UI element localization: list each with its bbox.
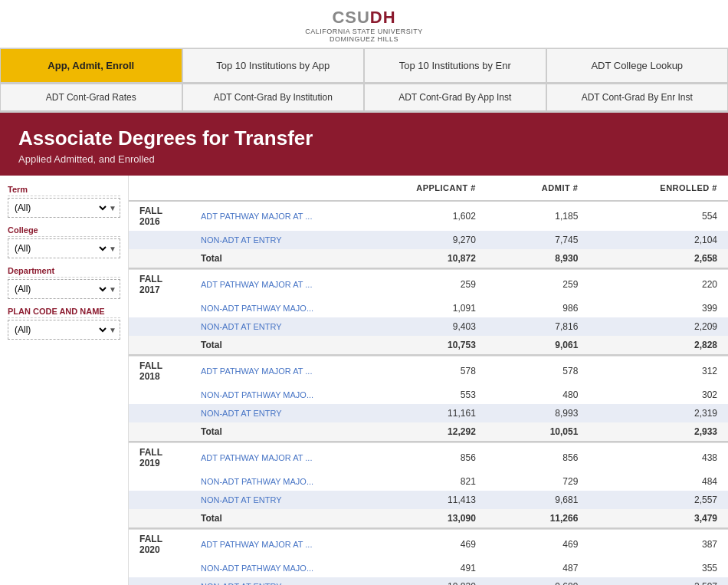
cell-enrolled: 2,557 <box>589 491 728 509</box>
filter-term-select[interactable]: (All) <box>8 199 109 217</box>
cell-entry-type: NON-ADT AT ENTRY <box>190 577 343 585</box>
tab-top10-by-app[interactable]: Top 10 Institutions by App <box>182 48 365 83</box>
data-table-area: APPLICANT # ADMIT # ENROLLED # FALL 2016… <box>129 176 728 585</box>
cell-entry-type: ADT PATHWAY MAJOR AT ... <box>190 443 343 472</box>
filter-plan-code-select[interactable]: (All) <box>8 320 109 339</box>
table-row: Total10,8728,9302,658 <box>129 249 728 268</box>
cell-admit: 8,930 <box>487 249 589 268</box>
cell-term <box>129 317 190 336</box>
filter-college: College (All) ▼ <box>8 225 120 258</box>
cell-entry-type: NON-ADT PATHWAY MAJO... <box>190 472 343 491</box>
filter-plan-code-label: PLAN CODE AND NAME <box>8 307 120 318</box>
cell-applicant: 11,413 <box>343 491 487 509</box>
tab-adt-cont-grad-institution[interactable]: ADT Cont-Grad By Institution <box>182 84 365 111</box>
cell-enrolled: 2,828 <box>589 336 728 355</box>
cell-applicant: 1,091 <box>343 299 487 317</box>
table-row: NON-ADT AT ENTRY11,4139,6812,557 <box>129 491 728 509</box>
cell-enrolled: 2,933 <box>589 422 728 442</box>
filter-term-select-wrapper[interactable]: (All) ▼ <box>8 198 120 218</box>
col-header-enrolled: ENROLLED # <box>589 176 728 201</box>
tab-adt-cont-grad-rates[interactable]: ADT Cont-Grad Rates <box>0 84 182 111</box>
dropdown-arrow-icon: ▼ <box>109 245 120 253</box>
col-header-admit: ADMIT # <box>487 176 589 201</box>
col-header-term <box>129 176 190 201</box>
filter-college-label: College <box>8 225 120 237</box>
cell-applicant: 9,270 <box>343 231 487 249</box>
cell-term: FALL 2020 <box>129 530 190 559</box>
filter-term-label: Term <box>8 185 120 196</box>
filter-college-select[interactable]: (All) <box>8 239 109 258</box>
cell-admit: 7,816 <box>487 317 589 336</box>
cell-applicant: 578 <box>343 357 487 386</box>
logo-csu: CSU <box>332 8 369 27</box>
filter-plan-code-select-wrapper[interactable]: (All) ▼ <box>8 320 120 340</box>
cell-entry-type: ADT PATHWAY MAJOR AT ... <box>190 201 343 231</box>
cell-admit: 986 <box>487 299 589 317</box>
cell-applicant: 9,403 <box>343 317 487 336</box>
tab-adt-college-lookup[interactable]: ADT College Lookup <box>546 48 729 83</box>
cell-admit: 856 <box>487 443 589 472</box>
cell-entry-type: Total <box>190 249 343 268</box>
cell-admit: 487 <box>487 559 589 577</box>
filter-department-select-wrapper[interactable]: (All) ▼ <box>8 279 120 299</box>
filter-college-select-wrapper[interactable]: (All) ▼ <box>8 238 120 258</box>
table-row: NON-ADT AT ENTRY9,4037,8162,209 <box>129 317 728 336</box>
dropdown-arrow-icon: ▼ <box>109 204 120 212</box>
cell-enrolled: 2,597 <box>589 577 728 585</box>
page-header: CSUDH CALIFORNIA STATE UNIVERSITYDOMINGU… <box>0 0 728 48</box>
nav-row-1: App, Admit, Enroll Top 10 Institutions b… <box>0 48 728 84</box>
cell-term <box>129 404 190 422</box>
table-row: NON-ADT PATHWAY MAJO...491487355 <box>129 559 728 577</box>
tab-app-admit-enroll[interactable]: App, Admit, Enroll <box>0 48 182 83</box>
dropdown-arrow-icon: ▼ <box>109 285 120 294</box>
table-row: FALL 2016ADT PATHWAY MAJOR AT ...1,6021,… <box>129 201 728 231</box>
cell-term: FALL 2019 <box>129 443 190 472</box>
cell-term <box>129 386 190 404</box>
cell-applicant: 12,292 <box>343 422 487 442</box>
cell-entry-type: NON-ADT AT ENTRY <box>190 231 343 249</box>
cell-applicant: 491 <box>343 559 487 577</box>
tab-adt-cont-grad-enr-inst[interactable]: ADT Cont-Grad By Enr Inst <box>546 84 729 111</box>
cell-term <box>129 491 190 509</box>
cell-term <box>129 336 190 355</box>
cell-admit: 469 <box>487 530 589 559</box>
tab-adt-cont-grad-app-inst[interactable]: ADT Cont-Grad By App Inst <box>364 84 546 111</box>
dropdown-arrow-icon: ▼ <box>109 326 120 334</box>
cell-term <box>129 472 190 491</box>
tab-top10-by-enr[interactable]: Top 10 Institutions by Enr <box>364 48 546 83</box>
cell-applicant: 10,830 <box>343 577 487 585</box>
filter-plan-code: PLAN CODE AND NAME (All) ▼ <box>8 307 120 340</box>
cell-entry-type: NON-ADT AT ENTRY <box>190 491 343 509</box>
cell-enrolled: 312 <box>589 357 728 386</box>
cell-term <box>129 509 190 528</box>
cell-entry-type: NON-ADT AT ENTRY <box>190 404 343 422</box>
cell-enrolled: 355 <box>589 559 728 577</box>
cell-applicant: 10,753 <box>343 336 487 355</box>
cell-admit: 9,061 <box>487 336 589 355</box>
cell-applicant: 821 <box>343 472 487 491</box>
cell-entry-type: Total <box>190 509 343 528</box>
main-layout: Term (All) ▼ College (All) ▼ Department <box>0 176 728 585</box>
filter-department-label: Department <box>8 266 120 278</box>
logo-subtitle: CALIFORNIA STATE UNIVERSITYDOMINGUEZ HIL… <box>0 28 728 43</box>
table-row: NON-ADT PATHWAY MAJO...553480302 <box>129 386 728 404</box>
cell-admit: 259 <box>487 270 589 299</box>
cell-admit: 1,185 <box>487 201 589 231</box>
cell-applicant: 553 <box>343 386 487 404</box>
cell-applicant: 11,161 <box>343 404 487 422</box>
cell-enrolled: 399 <box>589 299 728 317</box>
cell-enrolled: 3,479 <box>589 509 728 528</box>
cell-entry-type: NON-ADT PATHWAY MAJO... <box>190 299 343 317</box>
page-banner: Associate Degrees for Transfer Applied A… <box>0 113 728 176</box>
table-row: FALL 2018ADT PATHWAY MAJOR AT ...5785783… <box>129 357 728 386</box>
filter-department-select[interactable]: (All) <box>8 280 109 298</box>
cell-admit: 11,266 <box>487 509 589 528</box>
table-row: FALL 2020ADT PATHWAY MAJOR AT ...4694693… <box>129 530 728 559</box>
sidebar: Term (All) ▼ College (All) ▼ Department <box>0 176 129 585</box>
cell-admit: 7,745 <box>487 231 589 249</box>
table-row: NON-ADT AT ENTRY11,1618,9932,319 <box>129 404 728 422</box>
table-row: NON-ADT PATHWAY MAJO...1,091986399 <box>129 299 728 317</box>
cell-enrolled: 302 <box>589 386 728 404</box>
nav-row-2: ADT Cont-Grad Rates ADT Cont-Grad By Ins… <box>0 84 728 113</box>
cell-applicant: 856 <box>343 443 487 472</box>
